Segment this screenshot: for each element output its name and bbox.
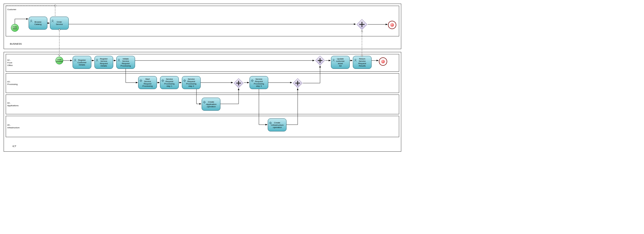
svg-point-12 <box>355 59 356 61</box>
task-return-service-request-results-label: Return Service Request Results <box>358 58 366 67</box>
svg-point-44 <box>204 102 205 103</box>
svg-point-1 <box>52 20 53 21</box>
user-icon <box>30 17 33 20</box>
user-icon <box>354 57 357 59</box>
task-browse-catalog-label: Browse Catalog <box>34 21 42 25</box>
task-service-request-processing-step3: Service Request Processing step 3 <box>250 76 268 89</box>
task-register-service-request-details-label: Register Service Request Details <box>100 58 108 67</box>
lane-infrastructure <box>6 116 399 137</box>
task-register-service-request-details: Register Service Request Details <box>94 56 113 69</box>
lane-front-office-label-text: 02 - Front Office <box>7 59 13 67</box>
task-update-customer-asset-list-label: Update customer asset list <box>336 58 345 67</box>
user-icon <box>95 57 99 59</box>
task-create-infrastructure-operation-label: Create -Infrastructure -operation <box>271 122 284 129</box>
pool-ict-label: ICT <box>12 145 16 148</box>
svg-point-5 <box>75 59 76 61</box>
service-icon <box>269 119 272 122</box>
user-icon <box>74 57 77 59</box>
task-register-customer-details-label: Register Customer Details <box>78 59 87 66</box>
user-icon <box>51 17 54 20</box>
task-service-request-processing-step1-label: Service Request Processing stap 1 <box>164 78 175 87</box>
gateway-processing-1 <box>233 78 244 88</box>
lane-processing-label-text: 03 - Processing <box>7 81 18 86</box>
lane-infrastructure-label: 05 - Infrastructure <box>7 116 20 137</box>
svg-point-19 <box>162 80 163 82</box>
service-icon <box>161 77 164 79</box>
task-create-application-operation-label: Create -Application -operation <box>206 101 216 108</box>
svg-point-0 <box>31 20 32 21</box>
lane-processing <box>6 73 399 93</box>
user-icon <box>332 57 335 59</box>
svg-point-26 <box>184 80 185 81</box>
service-icon <box>251 77 254 79</box>
lane-infrastructure-label-text: 05 - Infrastructure <box>7 124 20 129</box>
svg-point-25 <box>183 80 185 82</box>
task-start-service-request-processing: Start Service Request Processing <box>138 76 157 89</box>
svg-point-20 <box>162 80 163 81</box>
task-service-request-processing-step2: Service Request Processing stap 2 <box>182 76 201 89</box>
gateway-front-office <box>315 55 325 66</box>
svg-point-11 <box>333 59 334 61</box>
bpmn-canvas: BUSINESS Customer Feels Need Browse Cata… <box>0 0 644 234</box>
lane-processing-label: 03 - Processing <box>7 73 20 93</box>
task-service-request-processing-step1: Service Request Processing stap 1 <box>160 76 179 89</box>
svg-point-35 <box>252 80 253 81</box>
lane-customer-label: Customer <box>7 6 20 14</box>
lane-front-office-label: 02 - Front Office <box>7 54 20 72</box>
start-event-order-received: Order received <box>55 57 63 64</box>
task-start-service-request-processing-label: Start Service Request Processing <box>142 78 153 87</box>
svg-point-7 <box>118 59 120 61</box>
svg-point-14 <box>141 80 141 81</box>
service-icon <box>183 77 186 79</box>
task-create-infrastructure-operation: Create -Infrastructure -operation <box>268 118 286 131</box>
task-initiate-service-request-processing-label: Initiate Service Request Processing <box>120 58 131 67</box>
lane-applications-label: 04 - Applications <box>7 95 20 114</box>
user-icon <box>117 57 120 59</box>
svg-point-13 <box>140 80 142 82</box>
task-create-application-operation: Create -Application -operation <box>202 98 220 111</box>
task-browse-catalog: Browse Catalog <box>29 17 47 30</box>
service-icon <box>139 77 142 79</box>
task-initiate-service-request-processing: Initiate Service Request Processing <box>116 56 135 69</box>
svg-point-50 <box>270 123 271 123</box>
task-service-request-processing-step3-label: Service Request Processing step 3 <box>254 78 264 87</box>
svg-point-34 <box>251 80 253 82</box>
service-icon <box>203 98 206 101</box>
task-register-customer-details: Register Customer Details <box>73 56 91 69</box>
start-event-feels-need: Feels Need <box>11 24 19 32</box>
lane-customer-label-text: Customer <box>7 8 16 11</box>
end-event-customer <box>388 21 396 29</box>
gateway-customer-parallel <box>356 19 368 30</box>
lane-applications-label-text: 04 - Applications <box>7 102 18 107</box>
task-update-customer-asset-list: Update customer asset list <box>331 56 350 69</box>
end-event-ict <box>379 57 387 66</box>
task-order-service: Order Service <box>50 17 69 30</box>
svg-point-43 <box>203 101 205 103</box>
svg-point-6 <box>97 59 98 61</box>
gateway-processing-2 <box>292 78 303 88</box>
task-order-service-label: Order Service <box>56 21 63 25</box>
start-event-order-received-label: Order received <box>56 59 63 62</box>
task-service-request-processing-step2-label: Service Request Processing stap 2 <box>186 78 196 87</box>
task-return-service-request-results: Return Service Request Results <box>353 56 372 69</box>
start-event-feels-need-label: Feels Need <box>13 26 17 30</box>
pool-business-label: BUSINESS <box>10 43 22 45</box>
svg-point-49 <box>269 122 271 124</box>
